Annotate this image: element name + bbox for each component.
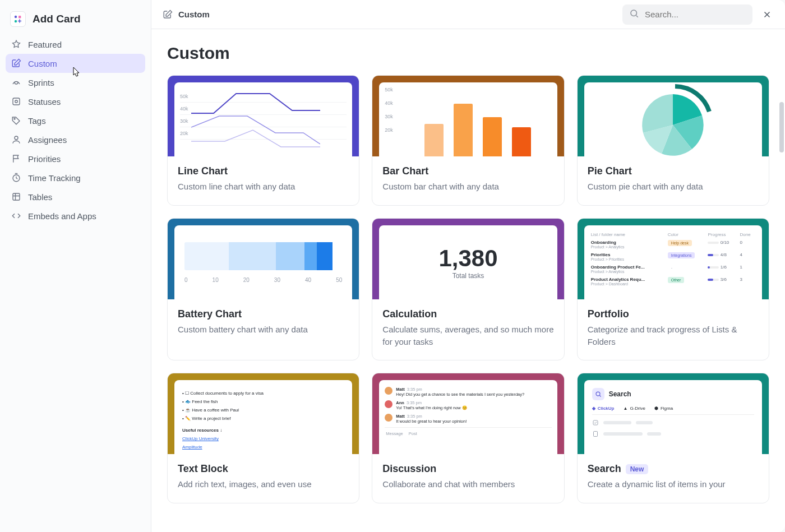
- sidebar-title: Add Card: [33, 13, 81, 25]
- star-icon: [11, 39, 21, 49]
- col-header: Color: [667, 231, 707, 238]
- sidebar-item-label: Priorities: [28, 154, 61, 164]
- card-body: Search New Create a dynamic list of item…: [578, 454, 769, 503]
- bar: [512, 127, 531, 156]
- card-desc: Custom pie chart with any data: [588, 181, 759, 193]
- sidebar-item-tags[interactable]: Tags: [6, 111, 145, 130]
- sidebar-item-sprints[interactable]: Sprints: [6, 73, 145, 92]
- sidebar-item-embeds[interactable]: Embeds and Apps: [6, 206, 145, 225]
- axis-label: 20k: [180, 131, 188, 136]
- text-link: ClickUp University: [182, 436, 219, 441]
- card-body: Discussion Collaborate and chat with mem…: [372, 454, 564, 503]
- card-title: Search New: [588, 463, 759, 475]
- card-desc: Add rich text, images, and even use: [178, 478, 349, 491]
- scrollbar[interactable]: [778, 29, 784, 532]
- card-search[interactable]: Search ◆ ClickUp ▲ G-Drive ⬢ Figma: [577, 373, 769, 503]
- axis-label: 40k: [385, 100, 393, 106]
- preview-inner: Search ◆ ClickUp ▲ G-Drive ⬢ Figma: [584, 380, 762, 454]
- svg-point-9: [631, 10, 637, 16]
- search-input[interactable]: [645, 10, 746, 19]
- sidebar-item-tables[interactable]: Tables: [6, 187, 145, 206]
- card-desc: Categorize and track progress of Lists &…: [588, 323, 759, 348]
- battery-segment: [317, 242, 333, 270]
- card-bar-chart[interactable]: 50k 40k 30k 20k Bar Chart Custom bar cha…: [372, 75, 564, 206]
- input-label: Post: [409, 431, 417, 436]
- search-box[interactable]: [622, 4, 752, 25]
- preview-inner: 50k 40k 30k 20k: [174, 82, 352, 156]
- card-calculation[interactable]: 1,380 Total tasks Calculation Calculate …: [372, 218, 564, 361]
- card-body: Text Block Add rich text, images, and ev…: [168, 454, 359, 503]
- message: Matt3:35 pmHey! Did you get a chance to …: [385, 387, 551, 397]
- sidebar-item-time-tracking[interactable]: Time Tracking: [6, 168, 145, 187]
- tick-label: 20: [243, 277, 250, 283]
- card-battery-chart[interactable]: 01020304050 Battery Chart Custom battery…: [167, 218, 359, 361]
- text-item: • ✏️ Write a project brief: [182, 414, 344, 423]
- breadcrumb-label: Custom: [178, 10, 210, 19]
- svg-point-2: [15, 20, 17, 22]
- card-text-block[interactable]: • ☐ Collect documents to apply for a vis…: [167, 373, 359, 503]
- col-header: Progress: [706, 231, 738, 238]
- card-portfolio[interactable]: List / folder name Color Progress Done O…: [577, 218, 769, 361]
- tab-figma: ⬢ Figma: [654, 406, 673, 411]
- sidebar-item-label: Statuses: [28, 97, 61, 107]
- tab-gdrive: ▲ G-Drive: [623, 406, 645, 411]
- sidebar-item-label: Tags: [28, 116, 46, 126]
- sidebar-item-label: Assignees: [28, 135, 67, 145]
- table-row: OnboardingProduct > Analytics Help desk …: [590, 238, 756, 251]
- search-title: Search: [609, 390, 631, 398]
- preview-inner: 1,380 Total tasks: [379, 225, 557, 299]
- svg-point-6: [15, 136, 18, 140]
- preview-inner: List / folder name Color Progress Done O…: [584, 225, 762, 299]
- preview-inner: Matt3:35 pmHey! Did you get a chance to …: [379, 380, 557, 454]
- tag-icon: [11, 115, 21, 126]
- sidebar-item-custom[interactable]: Custom: [6, 54, 145, 73]
- sidebar-item-priorities[interactable]: Priorities: [6, 149, 145, 168]
- code-icon: [11, 211, 21, 221]
- card-title: Calculation: [382, 308, 553, 320]
- card-body: Pie Chart Custom pie chart with any data: [578, 156, 769, 205]
- sidebar-item-label: Sprints: [28, 78, 54, 87]
- sidebar-item-statuses[interactable]: Statuses: [6, 92, 145, 111]
- sidebar-item-assignees[interactable]: Assignees: [6, 130, 145, 149]
- axis-label: 20k: [385, 127, 393, 133]
- col-header: Done: [738, 231, 756, 238]
- table-row: PrioritiesProduct > Priorities Integrati…: [590, 251, 756, 263]
- preview-inner: [584, 82, 762, 156]
- card-title: Line Chart: [178, 165, 349, 177]
- card-desc: Create a dynamic list of items in your: [588, 478, 759, 491]
- tick-label: 40: [305, 277, 311, 283]
- scrollbar-thumb[interactable]: [779, 102, 784, 152]
- message: Ann3:35 pmYo! That's what I'm doing righ…: [385, 400, 551, 410]
- line-chart-svg: [191, 88, 320, 150]
- card-desc: Custom bar chart with any data: [382, 181, 553, 193]
- app-logo-icon: [10, 11, 26, 27]
- table-row: Onboarding Product Fe...Product > Analyt…: [590, 263, 756, 275]
- edit-icon: [163, 10, 173, 20]
- table-row: Product Analytics Requ...Product > Dashb…: [590, 275, 756, 288]
- text-heading: Useful resources ↓: [182, 426, 344, 434]
- card-line-chart[interactable]: 50k 40k 30k 20k: [167, 75, 359, 206]
- card-desc: Custom battery chart with any data: [178, 323, 349, 336]
- card-discussion[interactable]: Matt3:35 pmHey! Did you get a chance to …: [372, 373, 564, 503]
- card-pie-chart[interactable]: Pie Chart Custom pie chart with any data: [577, 75, 769, 206]
- calc-label: Total tasks: [452, 272, 484, 280]
- status-icon: [11, 96, 21, 107]
- close-button[interactable]: [760, 8, 774, 21]
- card-body: Calculation Calculate sums, averages, an…: [372, 299, 564, 360]
- sidebar-item-featured[interactable]: Featured: [6, 35, 145, 54]
- bar: [483, 117, 502, 156]
- timer-icon: [11, 173, 21, 183]
- preview-inner: 50k 40k 30k 20k: [379, 82, 557, 156]
- svg-rect-12: [593, 432, 597, 437]
- content: Custom 50k 40k 30k 20k: [151, 29, 785, 532]
- bars: [404, 89, 551, 156]
- bar: [454, 104, 473, 156]
- svg-point-10: [596, 392, 600, 396]
- search-icon: [592, 388, 604, 400]
- preview-inner: 01020304050: [174, 225, 352, 299]
- search-icon: [629, 8, 639, 21]
- card-title: Pie Chart: [588, 165, 759, 177]
- card-body: Portfolio Categorize and track progress …: [578, 299, 769, 360]
- table-icon: [11, 192, 21, 202]
- card-title: Portfolio: [588, 308, 759, 320]
